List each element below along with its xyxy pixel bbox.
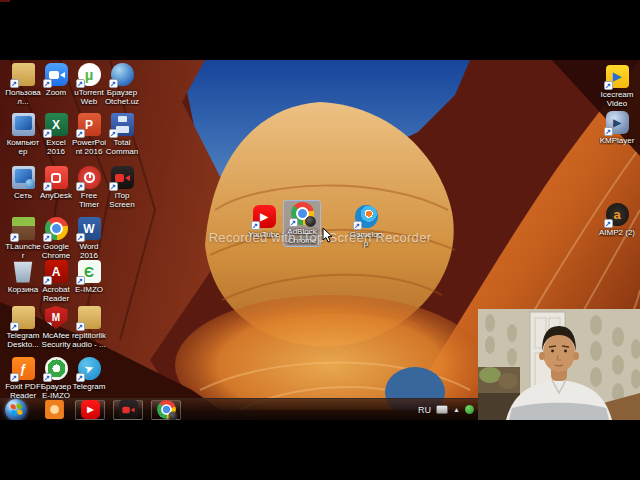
adblock-chrome-icon — [157, 400, 176, 419]
icecream-icon: ▶↗ — [606, 65, 629, 88]
start-button[interactable] — [5, 399, 27, 421]
icon-label: Сеть — [5, 191, 41, 200]
excel-icon: X↗ — [45, 113, 68, 136]
shortcut-arrow-icon: ↗ — [251, 221, 260, 230]
language-indicator[interactable]: RU — [418, 405, 431, 415]
icon-label: Компьютер — [5, 138, 41, 156]
utorrent-web-icon: µ↗ — [78, 63, 101, 86]
shortcut-arrow-icon: ↗ — [604, 127, 613, 136]
icon-label: Браузер Otchet.uz — [104, 88, 140, 106]
telegram-icon: ➤↗ — [78, 357, 101, 380]
orange-app-icon — [45, 400, 64, 419]
desktop-icon-recycle-bin[interactable]: Корзина — [5, 259, 41, 295]
desktop-icon-telegram[interactable]: ➤↗Telegram — [71, 356, 107, 392]
shortcut-arrow-icon: ↗ — [43, 276, 52, 285]
show-hidden-icons-chevron[interactable]: ▲ — [453, 406, 460, 413]
icon-label: E-IMZO — [71, 285, 107, 294]
shortcut-arrow-icon: ↗ — [76, 79, 85, 88]
otchet-browser-icon: ↗ — [111, 63, 134, 86]
adblock-chrome-icon: ↗ — [291, 202, 314, 225]
mouse-cursor — [322, 228, 334, 243]
desktop-icon-anydesk[interactable]: ↗AnyDesk — [38, 165, 74, 201]
shortcut-arrow-icon: ↗ — [43, 79, 52, 88]
desktop-icon-powerpoint[interactable]: P↗PowerPoint 2016 — [71, 112, 107, 157]
eimzo-icon: Є↗ — [78, 260, 101, 283]
youtube-icon: ▶ — [81, 400, 100, 419]
desktop-icon-user-folder[interactable]: ↗Пользовал... — [5, 62, 41, 107]
desktop-icon-excel[interactable]: X↗Excel 2016 — [38, 112, 74, 157]
icon-label: Telegram — [71, 382, 107, 391]
shortcut-arrow-icon: ↗ — [604, 219, 613, 228]
desktop-icon-free-timer[interactable]: ↗Free Timer — [71, 165, 107, 210]
itop-recorder-icon: ↗ — [111, 166, 134, 189]
anydesk-icon: ↗ — [45, 166, 68, 189]
shortcut-arrow-icon: ↗ — [10, 322, 19, 331]
icon-label: AnyDesk — [38, 191, 74, 200]
desktop-icon-kmplayer[interactable]: ▶↗KMPlayer — [599, 110, 635, 146]
shortcut-arrow-icon: ↗ — [10, 373, 19, 382]
desktop-icon-otchet-browser[interactable]: ↗Браузер Otchet.uz — [104, 62, 140, 107]
shortcut-arrow-icon: ↗ — [76, 322, 85, 331]
shortcut-arrow-icon: ↗ — [10, 79, 19, 88]
desktop-icon-eimzo-browser[interactable]: ↗Браузер E-IMZO — [38, 356, 74, 401]
system-tray: RU ▲ — [418, 405, 474, 415]
shortcut-arrow-icon: ↗ — [109, 129, 118, 138]
shortcut-arrow-icon: ↗ — [43, 373, 52, 382]
wallpaper-sliver — [0, 0, 10, 2]
icon-label: Telegram Deskto... — [5, 331, 41, 349]
eimzo-browser-icon: ↗ — [45, 357, 68, 380]
foxit-icon: ƒ↗ — [12, 357, 35, 380]
desktop-icon-folder[interactable]: ↗repititorlik audio - ... — [71, 305, 107, 350]
shortcut-arrow-icon: ↗ — [76, 129, 85, 138]
shortcut-arrow-icon: ↗ — [109, 182, 118, 191]
desktop-icon-total-commander[interactable]: ↗Total Command... — [104, 112, 140, 158]
recorder-watermark: Recorded with iTop Screen Recorder — [0, 230, 640, 245]
zoom-icon: ↗ — [45, 63, 68, 86]
letterbox-top — [0, 0, 640, 60]
icon-label: McAfee Security Sc... — [38, 331, 74, 350]
youtube-window-taskbar-button[interactable]: ▶ — [75, 400, 105, 420]
computer-icon — [12, 113, 35, 136]
icon-label: Free Timer — [71, 191, 107, 209]
desktop-icon-foxit[interactable]: ƒ↗Foxit PDF Reader — [5, 356, 41, 401]
icon-label: iTop Screen Recorder — [104, 191, 140, 210]
letterbox-bottom — [0, 420, 640, 480]
folder-icon: ↗ — [12, 306, 35, 329]
adblock-badge-icon — [168, 412, 177, 420]
security-tray-icon[interactable] — [465, 405, 474, 414]
shortcut-arrow-icon: ↗ — [109, 79, 118, 88]
desktop-icon-utorrent-web[interactable]: µ↗uTorrent Web — [71, 62, 107, 107]
itop-recorder-icon — [119, 400, 138, 419]
pinned-orange-app-taskbar-button[interactable] — [41, 400, 67, 420]
icon-label: Acrobat Reader DC — [38, 285, 74, 304]
icon-label: Корзина — [5, 285, 41, 294]
taskbar-items: ▶ — [41, 400, 181, 420]
windows-logo-icon — [10, 403, 22, 415]
icon-label: Icecream Video Editor — [599, 90, 635, 109]
desktop-icon-itop-recorder[interactable]: ↗iTop Screen Recorder — [104, 165, 140, 211]
icon-label: KMPlayer — [599, 136, 635, 145]
icon-label: uTorrent Web — [71, 88, 107, 106]
powerpoint-icon: P↗ — [78, 113, 101, 136]
icon-label: Zoom — [38, 88, 74, 97]
shortcut-arrow-icon: ↗ — [76, 373, 85, 382]
desktop-icon-folder[interactable]: ↗Telegram Deskto... — [5, 305, 41, 350]
icon-label: Excel 2016 — [38, 138, 74, 156]
gameloop-icon: ↗ — [355, 205, 378, 228]
desktop-icon-eimzo[interactable]: Є↗E-IMZO — [71, 259, 107, 295]
desktop-icon-network[interactable]: Сеть — [5, 165, 41, 201]
aimp-icon: a↗ — [606, 203, 629, 226]
keyboard-layout-icon[interactable] — [436, 405, 448, 414]
itop-recorder-window-taskbar-button[interactable] — [113, 400, 143, 420]
desktop-icon-mcafee[interactable]: M↗McAfee Security Sc... — [38, 305, 74, 351]
desktop-icon-icecream[interactable]: ▶↗Icecream Video Editor — [599, 64, 635, 110]
chrome-adblock-window-taskbar-button[interactable] — [151, 400, 181, 420]
desktop-icon-zoom[interactable]: ↗Zoom — [38, 62, 74, 98]
desktop-icon-acrobat[interactable]: A↗Acrobat Reader DC — [38, 259, 74, 305]
shortcut-arrow-icon: ↗ — [43, 182, 52, 191]
adblock-badge-icon — [305, 216, 316, 227]
acrobat-icon: A↗ — [45, 260, 68, 283]
desktop-icon-computer[interactable]: Компьютер — [5, 112, 41, 157]
shortcut-arrow-icon: ↗ — [604, 81, 613, 90]
shortcut-arrow-icon: ↗ — [289, 218, 298, 227]
